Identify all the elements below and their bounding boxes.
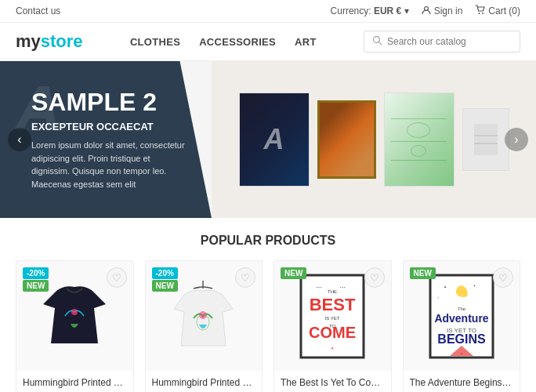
svg-text:✦: ✦ [437,296,440,299]
hero-subtitle: EXCEPTEUR OCCAECAT [31,121,188,132]
hero-next-button[interactable]: › [505,128,528,151]
svg-text:• • •: • • • [340,285,346,289]
wishlist-btn-4[interactable]: ♡ [493,267,513,288]
new-badge-3: NEW [281,267,306,279]
svg-line-4 [379,42,382,45]
product-image-1: -20% NEW ♡ [16,261,133,371]
svg-rect-5 [474,124,498,155]
header: mystore CLOTHES ACCESSORIES ART [0,23,536,61]
hero-frame-4 [462,108,509,171]
hero-frame-1: A [239,93,310,187]
product-card-1[interactable]: -20% NEW ♡ Hummingbird Printed T-Shirt [16,260,134,392]
hero-images: A [212,61,536,218]
svg-text:✦: ✦ [444,285,447,289]
product-name-4: The Adventure Begins Framed... [410,377,514,388]
product-image-svg-1 [43,281,106,351]
main-nav: CLOTHES ACCESSORIES ART [130,36,317,48]
product-info-3: The Best Is Yet To Come'... €29.00 [274,371,391,392]
popular-products-section: POPULAR PRODUCTS -20% NEW ♡ H [0,218,536,392]
svg-text:COME: COME [309,324,356,341]
hero-content: A SAMPLE 2 EXCEPTEUR OCCAECAT Lorem ipsu… [0,61,212,218]
new-badge-2: NEW [152,280,178,292]
hero-frame-2 [317,100,376,179]
product-image-svg-3: THE BEST IS YET TO • • • • • • COME ✦ [297,271,368,361]
hero-title: SAMPLE 2 [31,89,188,116]
hero-description: Lorem ipsum dolor sit amet, consectetur … [31,139,188,191]
new-badge-1: NEW [23,280,49,292]
wishlist-btn-3[interactable]: ♡ [364,267,385,288]
contact-link[interactable]: Contact us [16,5,60,16]
hero-banner: A SAMPLE 2 EXCEPTEUR OCCAECAT Lorem ipsu… [0,61,536,218]
svg-point-2 [482,13,483,14]
product-card-4[interactable]: NEW ♡ ✦ ✦ ✦ The Adventure IS YET TO BEGI… [403,260,521,392]
product-image-svg-2 [170,279,237,354]
product-name-2: Hummingbird Printed Sweater [152,377,256,388]
section-title: POPULAR PRODUCTS [16,234,520,248]
svg-text:✦: ✦ [331,346,334,350]
cart-icon [475,5,485,17]
product-info-4: The Adventure Begins Framed... €29.00 [404,371,520,392]
product-name-3: The Best Is Yet To Come'... [281,377,385,388]
svg-text:THE: THE [328,289,337,294]
sign-in-link[interactable]: Sign in [422,5,463,17]
svg-text:• • •: • • • [317,285,322,289]
hero-background: A SAMPLE 2 EXCEPTEUR OCCAECAT Lorem ipsu… [0,61,536,218]
products-grid: -20% NEW ♡ Hummingbird Printed T-Shirt [16,260,520,392]
user-icon [422,5,431,17]
product-card-2[interactable]: -20% NEW ♡ Hummingbird Pr [145,260,263,392]
nav-item-art[interactable]: ART [295,36,317,48]
product-image-4: NEW ♡ ✦ ✦ ✦ The Adventure IS YET TO BEGI… [404,261,520,371]
logo[interactable]: mystore [16,31,83,52]
nav-item-clothes[interactable]: CLOTHES [130,36,180,48]
top-bar: Contact us Currency: EUR € ▾ Sign in [0,0,536,23]
hero-frame-3 [384,93,455,187]
nav-item-accessories[interactable]: ACCESSORIES [199,36,276,48]
product-image-svg-4: ✦ ✦ ✦ The Adventure IS YET TO BEGINS ▲ [426,271,497,361]
product-info-1: Hummingbird Printed T-Shirt €23.90 €19.1… [16,371,133,392]
svg-text:▲: ▲ [460,351,463,355]
svg-text:IS YET: IS YET [325,316,340,321]
svg-point-1 [479,13,480,14]
wishlist-btn-1[interactable]: ♡ [107,267,127,288]
cart-link[interactable]: Cart (0) [475,5,520,17]
new-badge-4: NEW [410,267,436,279]
svg-text:Adventure: Adventure [434,312,488,325]
product-name-1: Hummingbird Printed T-Shirt [23,377,127,388]
svg-text:BEST: BEST [310,295,356,314]
product-image-2: -20% NEW ♡ [146,261,263,371]
svg-text:The: The [458,307,466,311]
wishlist-btn-2[interactable]: ♡ [235,267,255,288]
chevron-down-icon: ▾ [404,5,409,16]
product-image-3: NEW ♡ THE BEST IS YET TO • • • • • • COM… [274,261,391,371]
discount-badge-1: -20% [23,267,49,279]
svg-point-9 [71,309,78,315]
svg-text:BEGINS: BEGINS [437,332,486,346]
hero-prev-button[interactable]: ‹ [8,128,31,151]
currency-selector[interactable]: Currency: EUR € ▾ [331,5,409,16]
top-bar-right: Currency: EUR € ▾ Sign in Cart (0) [331,5,520,17]
search-bar [364,31,520,53]
search-icon [372,35,382,48]
search-input[interactable] [387,36,512,47]
discount-badge-2: -20% [152,267,178,279]
product-info-2: Hummingbird Printed Sweater €35.90 €28.7… [146,371,263,392]
product-card-3[interactable]: NEW ♡ THE BEST IS YET TO • • • • • • COM… [273,260,392,392]
